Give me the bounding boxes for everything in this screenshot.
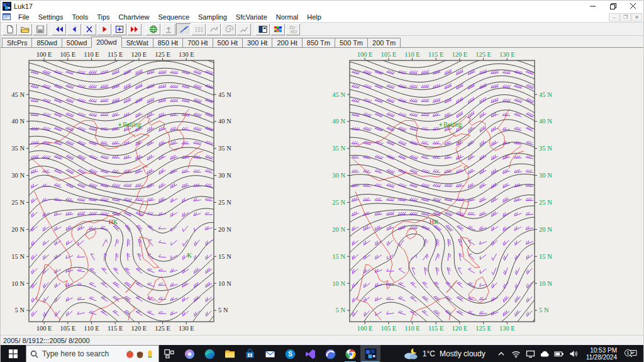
taskbar-app-edge[interactable] bbox=[199, 345, 219, 362]
lon-label-bottom: 120 E bbox=[452, 325, 467, 332]
weather-icon bbox=[403, 348, 419, 360]
title-bar: Luk17 bbox=[1, 1, 643, 12]
notification-badge: 1 bbox=[625, 349, 631, 356]
status-text: 2005/ 8/1912:::2005/ 8/2000 bbox=[3, 337, 90, 344]
menu-settings[interactable]: Settings bbox=[34, 13, 68, 21]
tab-200-tm[interactable]: 200 Tm bbox=[367, 38, 401, 47]
step-back-button[interactable] bbox=[67, 23, 81, 35]
lon-label-bottom: 110 E bbox=[84, 325, 99, 332]
rewind-button[interactable] bbox=[52, 23, 66, 35]
menu-file[interactable]: File bbox=[14, 13, 34, 21]
lat-label-right: 40 N bbox=[218, 118, 231, 125]
search-box[interactable] bbox=[26, 345, 159, 362]
frame-add-button[interactable] bbox=[112, 23, 126, 35]
annotation-beijing: Beijing bbox=[123, 121, 141, 128]
menu-help[interactable]: Help bbox=[303, 13, 326, 21]
taskbar-clock[interactable]: 10:53 PM 11/28/2024 bbox=[586, 347, 617, 361]
lat-label-left: 40 N bbox=[332, 118, 345, 125]
menu-normal[interactable]: Normal bbox=[272, 13, 303, 21]
wind-barb-button[interactable] bbox=[176, 23, 191, 35]
zu-no-button: ZUNO bbox=[286, 23, 300, 35]
speaker-icon[interactable] bbox=[569, 349, 579, 359]
color-grid-button[interactable] bbox=[270, 23, 285, 35]
lat-label-left: 30 N bbox=[11, 172, 25, 179]
menu-tools[interactable]: Tools bbox=[67, 13, 92, 21]
restore-button[interactable] bbox=[603, 1, 623, 12]
mdi-restore-button[interactable]: ❐ bbox=[620, 13, 631, 21]
open-folder-button[interactable] bbox=[18, 23, 32, 35]
document-icon bbox=[3, 13, 12, 21]
lon-label-top: 125 E bbox=[155, 51, 170, 58]
notification-button[interactable]: 1 bbox=[622, 349, 643, 358]
taskbar-app-luk17[interactable] bbox=[360, 345, 380, 362]
menu-chartview[interactable]: Chartview bbox=[114, 13, 154, 21]
menu-sampling[interactable]: Sampling bbox=[194, 13, 231, 21]
weather-widget[interactable]: 1°C Mostly cloudy bbox=[403, 348, 486, 360]
display-icon[interactable] bbox=[525, 349, 536, 359]
tab-200-ht[interactable]: 200 Ht bbox=[272, 38, 302, 47]
tab-300-ht[interactable]: 300 Ht bbox=[242, 38, 272, 47]
fast-forward-button[interactable] bbox=[127, 23, 142, 35]
new-document-button[interactable] bbox=[3, 23, 17, 35]
taskbar-app-visual-studio[interactable] bbox=[300, 345, 320, 362]
tab-500-ht[interactable]: 500 Ht bbox=[213, 38, 243, 47]
taskbar-app-mail[interactable] bbox=[260, 345, 280, 362]
taskbar-app-skype[interactable]: S bbox=[280, 345, 300, 362]
menu-sfcvariate[interactable]: SfcVariate bbox=[231, 13, 272, 21]
window-split-button[interactable] bbox=[255, 23, 270, 35]
lat-label-right: 45 N bbox=[218, 91, 231, 98]
lat-label-right: 30 N bbox=[539, 172, 552, 179]
lon-label-top: 105 E bbox=[380, 51, 396, 58]
globe-button[interactable] bbox=[146, 23, 160, 35]
weather-condition: Mostly cloudy bbox=[440, 349, 486, 358]
mdi-close-button[interactable]: ✕ bbox=[631, 13, 642, 21]
tab-200wd[interactable]: 200wd bbox=[91, 37, 121, 48]
svg-text:NO: NO bbox=[291, 29, 297, 33]
close-button[interactable] bbox=[623, 1, 643, 12]
taskbar-app-chrome[interactable] bbox=[340, 345, 360, 362]
tab-850wd[interactable]: 850wd bbox=[31, 38, 62, 47]
lon-label-top: 110 E bbox=[404, 51, 419, 58]
tab-700-ht[interactable]: 700 Ht bbox=[182, 38, 213, 47]
menu-items: FileSettingsToolsTipsChartviewSequenceSa… bbox=[14, 13, 326, 21]
battery-icon[interactable] bbox=[554, 349, 565, 359]
save-button bbox=[33, 23, 47, 35]
menu-sequence[interactable]: Sequence bbox=[153, 13, 194, 21]
taskbar-app-office-365[interactable] bbox=[320, 345, 340, 362]
search-input[interactable] bbox=[42, 349, 125, 358]
taskbar-app-copilot[interactable] bbox=[179, 345, 199, 362]
taskbar-app-file-explorer[interactable] bbox=[219, 345, 240, 362]
taskbar-app-task-view[interactable] bbox=[159, 345, 179, 362]
minimize-button[interactable] bbox=[583, 1, 603, 12]
lon-label-bottom: 105 E bbox=[380, 325, 396, 332]
weather-temp: 1°C bbox=[423, 349, 435, 358]
cloud-icon[interactable] bbox=[540, 349, 550, 359]
clock-time: 10:53 PM bbox=[586, 347, 617, 354]
play-button[interactable] bbox=[97, 23, 111, 35]
lon-label-bottom: 130 E bbox=[179, 325, 194, 332]
segments-button bbox=[236, 23, 251, 35]
tab-500-tm[interactable]: 500 Tm bbox=[335, 38, 368, 47]
start-button[interactable] bbox=[1, 345, 26, 362]
lat-label-left: 25 N bbox=[11, 199, 25, 206]
tab-850-ht[interactable]: 850 Ht bbox=[153, 38, 183, 47]
lon-label-bottom: 125 E bbox=[475, 325, 491, 332]
tab-sfcprs[interactable]: SfcPrs bbox=[2, 38, 32, 47]
chevron-up-icon[interactable] bbox=[496, 349, 507, 359]
delete-frame-button[interactable] bbox=[82, 23, 96, 35]
turkey-icon[interactable] bbox=[135, 349, 145, 359]
lon-label-bottom: 105 E bbox=[60, 325, 75, 332]
tab-850-tm[interactable]: 850 Tm bbox=[302, 38, 335, 47]
wifi-icon[interactable] bbox=[511, 349, 521, 359]
taskbar-app-store[interactable] bbox=[240, 345, 260, 362]
menu-tips[interactable]: Tips bbox=[92, 13, 114, 21]
tab-500wd[interactable]: 500wd bbox=[62, 38, 92, 47]
tomato-icon[interactable] bbox=[125, 349, 135, 359]
toolbar: ZUNO bbox=[1, 22, 643, 36]
corn-icon[interactable] bbox=[145, 349, 155, 359]
window-controls bbox=[583, 1, 643, 12]
tab-sfcwat[interactable]: SfcWat bbox=[121, 38, 153, 47]
isolines-button bbox=[191, 23, 206, 35]
lat-label-left: 45 N bbox=[332, 91, 345, 98]
mdi-minimize-button[interactable]: – bbox=[609, 13, 619, 21]
